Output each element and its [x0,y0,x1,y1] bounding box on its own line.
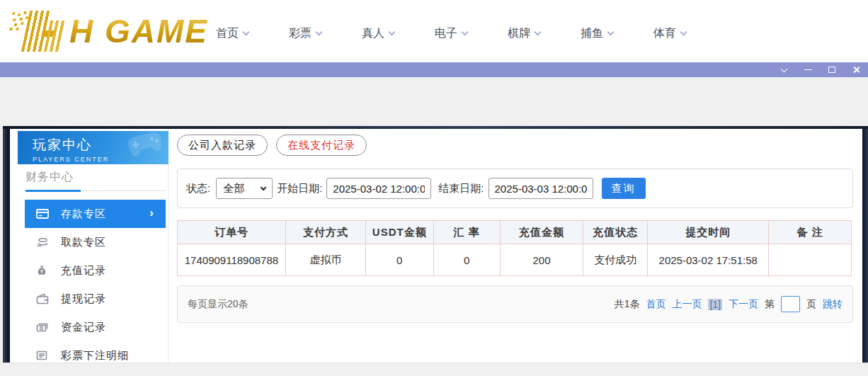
wallet-icon [36,293,49,304]
minimize-icon[interactable] [801,64,814,76]
nav-item-label: 首页 [216,26,239,41]
nav-item[interactable]: 电子 [435,26,467,41]
record-tabs: 公司入款记录 在线支付记录 [177,135,367,156]
sidebar-item-label: 存款专区 [61,207,106,221]
column-header: 汇 率 [433,221,500,244]
chevron-down-icon [261,184,266,190]
maximize-icon[interactable] [826,64,838,76]
next-page-link[interactable]: 下一页 [729,298,758,311]
sidebar-menu: 存款专区›取款专区充值记录提现记录资金记录彩票下注明细 [10,200,169,363]
sidebar-item-label: 取款专区 [61,236,106,249]
filter-bar: 状态: 全部 开始日期: 结束日期: 查询 [177,169,853,208]
current-page-indicator[interactable]: [1] [708,299,722,310]
status-select[interactable]: 全部 [216,178,273,199]
logo-stripes-icon [3,11,71,52]
total-count: 共1条 [615,298,640,311]
end-date-label: 结束日期: [438,182,484,195]
column-header: USDT金额 [365,221,433,244]
status-label: 状态: [186,182,210,195]
chevron-down-icon [535,28,542,35]
chevron-down-icon [389,28,396,35]
sidebar-section-label: 财务中心 [25,170,74,185]
chevron-down-icon [316,28,323,35]
nav-item[interactable]: 体育 [653,26,686,41]
records-table-body: 1740909118908788虚拟币00200支付成功2025-03-02 1… [178,244,852,276]
logo-text: H GAME [69,12,208,50]
background-band [0,77,868,126]
funds-cash-icon [36,321,49,333]
nav-item-label: 真人 [362,26,384,41]
nav-item-label: 棋牌 [508,26,530,41]
content-area: 公司入款记录 在线支付记录 状态: 全部 开始日期: 结束日期: 查询 订单号支… [170,129,862,363]
pager: 共1条 首页 上一页 [1] 下一页 第 页 跳转 [615,296,843,312]
bottom-band [0,363,868,376]
nav-item-label: 捕鱼 [581,26,603,41]
chevron-down-icon [680,28,687,35]
table-row: 1740909118908788虚拟币00200支付成功2025-03-02 1… [178,244,852,276]
bet-list-icon [36,350,49,361]
nav-item[interactable]: 真人 [362,26,394,41]
window-titlebar [0,62,868,77]
first-page-link[interactable]: 首页 [646,298,666,311]
page-size-text: 每页显示20条 [188,298,249,311]
money-bag-icon [36,265,49,276]
header-row: 订单号支付方式USDT金额汇 率充值金额充值状态提交时间备 注 [178,221,852,244]
deposit-card-icon [36,208,49,220]
tab-company-deposit-records[interactable]: 公司入款记录 [177,135,268,156]
sidebar-item[interactable]: 彩票下注明细 [10,341,169,363]
sidebar-item[interactable]: 资金记录 [10,313,169,341]
start-date-input[interactable] [326,178,431,199]
nav-item[interactable]: 棋牌 [508,26,540,41]
section-divider-accent [25,190,81,192]
chevron-down-icon [243,28,250,35]
sidebar-item-label: 提现记录 [61,292,106,306]
panel-frame-left [3,129,10,363]
jump-suffix-label: 页 [806,298,816,311]
table-cell: 0 [433,244,500,276]
column-header: 备 注 [769,221,852,244]
withdraw-hand-icon [36,237,49,248]
prev-page-link[interactable]: 上一页 [672,298,702,311]
chevron-down-icon[interactable] [777,64,790,76]
sidebar-item-label: 彩票下注明细 [61,349,129,363]
tab-online-payment-records[interactable]: 在线支付记录 [276,135,367,156]
pagination-bar: 每页显示20条 共1条 首页 上一页 [1] 下一页 第 页 跳转 [177,285,853,323]
jump-button[interactable]: 跳转 [823,298,843,311]
sidebar: 玩家中心 PLAYERS CENTER 财务中心 存款专区›取款专区充值记录提现… [10,129,169,363]
sidebar-item[interactable]: 取款专区 [10,228,169,256]
chevron-down-icon [462,28,469,35]
sidebar-header: 玩家中心 PLAYERS CENTER [18,131,169,164]
table-cell: 虚拟币 [285,244,365,276]
nav-item[interactable]: 捕鱼 [581,26,613,41]
main-nav: 首页彩票真人电子棋牌捕鱼体育 [216,21,686,45]
column-header: 充值状态 [583,221,648,244]
chevron-down-icon [607,28,615,35]
site-header: H GAME 首页彩票真人电子棋牌捕鱼体育 [0,0,868,62]
sidebar-item[interactable]: 充值记录 [10,256,169,285]
sidebar-subtitle: PLAYERS CENTER [33,156,169,163]
start-date-label: 开始日期: [277,182,322,195]
close-icon[interactable] [850,64,862,76]
table-cell: 2025-03-02 17:51:58 [648,244,769,276]
query-button[interactable]: 查询 [602,178,646,199]
column-header: 提交时间 [648,221,769,244]
panel-frame-right [862,129,868,363]
records-table: 订单号支付方式USDT金额汇 率充值金额充值状态提交时间备 注 17409091… [177,220,852,276]
brand-logo[interactable]: H GAME [7,8,208,54]
nav-item-label: 彩票 [289,26,312,41]
sidebar-item-label: 资金记录 [61,321,106,334]
nav-item[interactable]: 首页 [216,26,249,41]
column-header: 充值金额 [500,221,583,244]
chevron-right-icon: › [149,206,154,220]
nav-item-label: 电子 [435,26,457,41]
sidebar-item[interactable]: 提现记录 [10,285,169,313]
records-table-head: 订单号支付方式USDT金额汇 率充值金额充值状态提交时间备 注 [178,221,852,244]
end-date-input[interactable] [489,178,593,199]
sidebar-item[interactable]: 存款专区› [25,200,166,228]
table-cell: 1740909118908788 [178,244,286,276]
column-header: 订单号 [178,221,286,244]
nav-item[interactable]: 彩票 [289,26,321,41]
jump-prefix-label: 第 [765,298,775,311]
table-cell [769,244,852,276]
page-jump-input[interactable] [781,296,800,312]
